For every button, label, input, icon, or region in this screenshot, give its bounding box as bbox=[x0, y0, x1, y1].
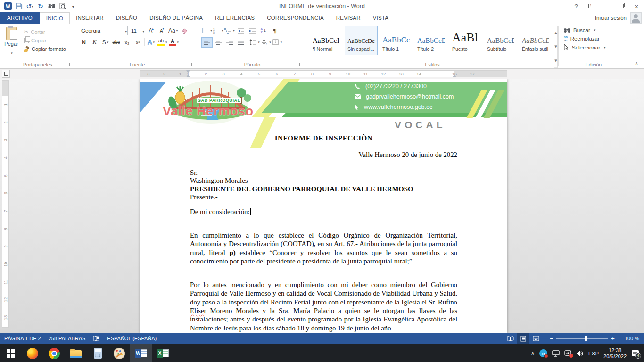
styles-scroll-up[interactable]: ▲ bbox=[554, 26, 557, 40]
font-size-combo[interactable]: 11 bbox=[129, 26, 145, 35]
print-layout-button[interactable] bbox=[517, 333, 529, 344]
zoom-slider-thumb[interactable] bbox=[585, 336, 587, 341]
clipboard-dialog-launcher[interactable] bbox=[69, 62, 74, 66]
align-right-button[interactable] bbox=[224, 38, 235, 47]
numbering-button[interactable]: 123 bbox=[213, 26, 223, 35]
tab-correspondencia[interactable]: CORRESPONDENCIA bbox=[261, 12, 330, 24]
taskbar-explorer[interactable] bbox=[65, 344, 87, 362]
grow-font-button[interactable]: A▴ bbox=[146, 26, 156, 35]
clock[interactable]: 12:38 20/6/2022 bbox=[603, 347, 627, 360]
styles-scroll-down[interactable]: ▼ bbox=[554, 40, 557, 54]
word-count[interactable]: 258 PALABRAS bbox=[49, 336, 86, 341]
font-family-combo[interactable]: Georgia bbox=[79, 26, 128, 35]
language-indicator[interactable]: ESPAÑOL (ESPAÑA) bbox=[107, 336, 157, 341]
vertical-ruler[interactable]: 12345678910111213 bbox=[0, 79, 11, 333]
help-button[interactable]: ? bbox=[569, 0, 584, 12]
right-indent-marker[interactable] bbox=[453, 73, 456, 77]
style-sin-espaciado[interactable]: AaBbCcDcSin espaci... bbox=[345, 26, 378, 55]
tray-expand-chevron[interactable]: ∧ bbox=[531, 350, 535, 356]
ribbon-display-button[interactable] bbox=[584, 0, 599, 12]
show-marks-button[interactable]: ¶ bbox=[270, 26, 280, 35]
format-painter-button[interactable]: Copiar formato bbox=[23, 46, 67, 52]
save-button[interactable] bbox=[14, 1, 24, 11]
multilevel-list-button[interactable] bbox=[224, 26, 235, 35]
zoom-level[interactable]: 100 % bbox=[618, 336, 644, 341]
redo-button[interactable]: ↻ bbox=[36, 1, 45, 11]
antivirus-tray-icon[interactable]: e bbox=[539, 349, 547, 357]
shrink-font-button[interactable]: A▾ bbox=[157, 26, 167, 35]
close-button[interactable]: × bbox=[629, 0, 644, 12]
style-puesto[interactable]: AaBlPuesto bbox=[449, 26, 482, 55]
undo-button[interactable]: ↺▾ bbox=[25, 1, 34, 11]
style-normal[interactable]: AaBbCcI¶ Normal bbox=[310, 26, 343, 55]
line-spacing-button[interactable] bbox=[249, 38, 260, 47]
highlight-button[interactable]: ab bbox=[157, 38, 168, 47]
keyboard-language[interactable]: ESP bbox=[588, 351, 599, 356]
styles-dialog-launcher[interactable] bbox=[552, 62, 556, 66]
word-app-icon[interactable]: W bbox=[3, 1, 13, 11]
style-titulo-2[interactable]: AaBbCcDTítulo 2 bbox=[414, 26, 447, 55]
taskbar-chrome[interactable] bbox=[43, 344, 65, 362]
shading-button[interactable] bbox=[261, 38, 271, 47]
style-subtitulo[interactable]: AaBbCcDSubtítulo bbox=[484, 26, 517, 55]
align-center-button[interactable] bbox=[213, 38, 223, 47]
print-preview-button[interactable] bbox=[58, 1, 67, 11]
taskbar-word[interactable]: W bbox=[130, 344, 152, 362]
tab-diseno-pagina[interactable]: DISEÑO DE PÁGINA bbox=[143, 12, 209, 24]
horizontal-ruler[interactable]: 321 1234567891011121314 1617 bbox=[0, 69, 644, 79]
taskbar-firefox[interactable] bbox=[22, 344, 43, 362]
decrease-indent-button[interactable] bbox=[236, 26, 246, 35]
sign-in[interactable]: Iniciar sesión bbox=[595, 12, 644, 24]
collapse-ribbon-button[interactable]: ∧ bbox=[635, 60, 638, 66]
start-button[interactable] bbox=[0, 344, 22, 362]
tab-revisar[interactable]: REVISAR bbox=[330, 12, 367, 24]
tab-diseno[interactable]: DISEÑO bbox=[110, 12, 143, 24]
zoom-in-button[interactable]: + bbox=[608, 335, 618, 342]
taskbar-calculator[interactable] bbox=[87, 344, 108, 362]
restore-button[interactable] bbox=[614, 0, 629, 12]
sort-button[interactable]: AZ ↓ bbox=[258, 26, 269, 35]
style-enfasis-sutil[interactable]: AaBbCcDÉnfasis sutil bbox=[519, 26, 552, 55]
minimize-button[interactable]: — bbox=[599, 0, 614, 12]
customize-qat-button[interactable]: ▾ bbox=[68, 1, 78, 11]
change-case-button[interactable]: Aa bbox=[168, 26, 178, 35]
zoom-out-button[interactable]: − bbox=[547, 335, 556, 342]
subscript-button[interactable]: x₂ bbox=[122, 38, 132, 47]
italic-button[interactable]: K bbox=[90, 38, 99, 47]
replace-button[interactable]: abac Reemplazar bbox=[564, 35, 628, 42]
bullets-button[interactable] bbox=[202, 26, 212, 35]
tab-inicio[interactable]: INICIO bbox=[40, 12, 70, 24]
underline-button[interactable]: S bbox=[100, 38, 110, 47]
increase-indent-button[interactable] bbox=[247, 26, 257, 35]
tab-selector[interactable] bbox=[2, 70, 10, 78]
read-mode-button[interactable] bbox=[504, 333, 517, 344]
find-button-ribbon[interactable]: Buscar bbox=[564, 27, 628, 33]
tab-archivo[interactable]: ARCHIVO bbox=[0, 12, 40, 24]
paragraph-dialog-launcher[interactable] bbox=[299, 62, 304, 66]
web-layout-button[interactable] bbox=[529, 333, 542, 344]
notification-center-button[interactable]: 4 bbox=[631, 350, 639, 357]
proofing-status[interactable] bbox=[93, 336, 99, 341]
align-left-button[interactable] bbox=[202, 38, 212, 47]
page-indicator[interactable]: PÁGINA 1 DE 2 bbox=[4, 336, 41, 341]
justify-button[interactable] bbox=[236, 38, 246, 47]
clear-formatting-button[interactable] bbox=[179, 26, 189, 35]
taskbar-excel[interactable]: X bbox=[152, 344, 173, 362]
text-effects-button[interactable]: A bbox=[146, 38, 156, 47]
bold-button[interactable]: N bbox=[79, 38, 89, 47]
volume-tray-icon[interactable] bbox=[576, 350, 584, 357]
borders-button[interactable] bbox=[272, 38, 282, 47]
taskbar-paint[interactable] bbox=[108, 344, 130, 362]
sync-alert-tray-icon[interactable]: ! bbox=[564, 350, 571, 356]
strikethrough-button[interactable]: abc bbox=[111, 38, 121, 47]
tab-vista[interactable]: VISTA bbox=[367, 12, 395, 24]
find-button[interactable] bbox=[47, 1, 56, 11]
tab-referencias[interactable]: REFERENCIAS bbox=[209, 12, 261, 24]
tab-insertar[interactable]: INSERTAR bbox=[70, 12, 110, 24]
font-color-button[interactable]: A bbox=[169, 38, 180, 47]
paste-dropdown[interactable] bbox=[10, 48, 13, 56]
zoom-slider[interactable] bbox=[556, 338, 608, 339]
font-dialog-launcher[interactable] bbox=[191, 62, 196, 66]
select-button[interactable]: Seleccionar bbox=[564, 44, 628, 50]
hanging-indent-marker[interactable] bbox=[186, 73, 190, 77]
